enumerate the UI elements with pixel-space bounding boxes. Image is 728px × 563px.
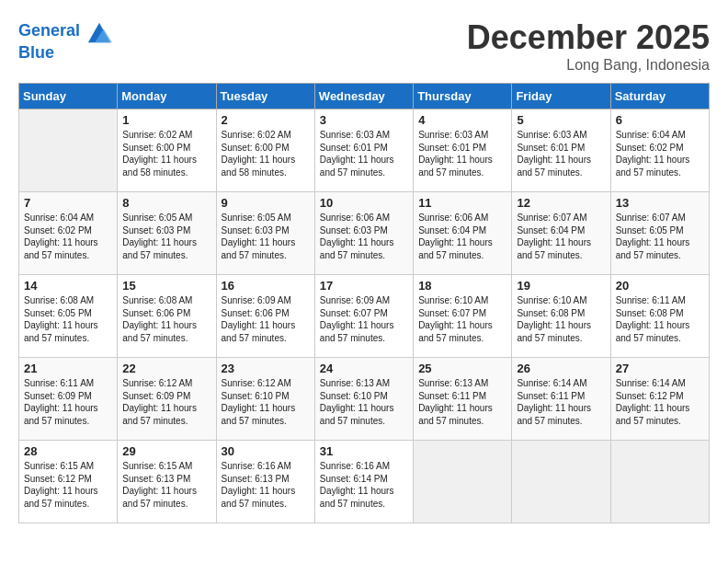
calendar-cell: 21Sunrise: 6:11 AMSunset: 6:09 PMDayligh… <box>19 358 118 441</box>
cell-info: Sunrise: 6:14 AMSunset: 6:11 PMDaylight:… <box>517 377 606 427</box>
day-number: 1 <box>122 113 211 127</box>
logo-subtext: Blue <box>18 44 112 63</box>
day-number: 26 <box>517 362 606 375</box>
day-header-monday: Monday <box>118 84 216 109</box>
cell-info: Sunrise: 6:08 AMSunset: 6:06 PMDaylight:… <box>122 294 211 344</box>
cell-info: Sunrise: 6:03 AMSunset: 6:01 PMDaylight:… <box>517 129 606 178</box>
month-title: December 2025 <box>467 18 710 57</box>
calendar-cell: 11Sunrise: 6:06 AMSunset: 6:04 PMDayligh… <box>414 192 512 275</box>
calendar-cell: 16Sunrise: 6:09 AMSunset: 6:06 PMDayligh… <box>216 275 314 358</box>
cell-info: Sunrise: 6:04 AMSunset: 6:02 PMDaylight:… <box>24 212 113 261</box>
cell-info: Sunrise: 6:11 AMSunset: 6:08 PMDaylight:… <box>616 294 705 344</box>
location: Long Bang, Indonesia <box>467 57 710 74</box>
cell-info: Sunrise: 6:05 AMSunset: 6:03 PMDaylight:… <box>122 212 211 261</box>
day-number: 13 <box>616 196 705 210</box>
calendar-cell: 5Sunrise: 6:03 AMSunset: 6:01 PMDaylight… <box>512 109 610 192</box>
cell-info: Sunrise: 6:09 AMSunset: 6:06 PMDaylight:… <box>222 294 311 344</box>
cell-info: Sunrise: 6:14 AMSunset: 6:12 PMDaylight:… <box>616 377 705 427</box>
day-number: 10 <box>320 196 409 210</box>
calendar-table: SundayMondayTuesdayWednesdayThursdayFrid… <box>18 83 710 523</box>
calendar-cell: 2Sunrise: 6:02 AMSunset: 6:00 PMDaylight… <box>216 109 314 192</box>
cell-info: Sunrise: 6:07 AMSunset: 6:05 PMDaylight:… <box>616 212 705 261</box>
day-number: 15 <box>122 279 211 293</box>
cell-info: Sunrise: 6:07 AMSunset: 6:04 PMDaylight:… <box>517 212 606 261</box>
calendar-cell: 25Sunrise: 6:13 AMSunset: 6:11 PMDayligh… <box>414 358 512 441</box>
cell-info: Sunrise: 6:04 AMSunset: 6:02 PMDaylight:… <box>616 129 705 178</box>
day-number: 16 <box>222 279 311 293</box>
cell-info: Sunrise: 6:13 AMSunset: 6:10 PMDaylight:… <box>320 377 409 427</box>
day-number: 22 <box>122 362 211 375</box>
day-number: 17 <box>320 279 409 293</box>
calendar-cell: 26Sunrise: 6:14 AMSunset: 6:11 PMDayligh… <box>512 358 610 441</box>
cell-info: Sunrise: 6:02 AMSunset: 6:00 PMDaylight:… <box>222 129 311 178</box>
day-number: 5 <box>517 113 606 127</box>
calendar-cell: 17Sunrise: 6:09 AMSunset: 6:07 PMDayligh… <box>314 275 413 358</box>
day-header-thursday: Thursday <box>414 84 512 109</box>
cell-info: Sunrise: 6:10 AMSunset: 6:08 PMDaylight:… <box>517 294 606 344</box>
cell-info: Sunrise: 6:15 AMSunset: 6:13 PMDaylight:… <box>122 460 211 510</box>
day-number: 31 <box>320 444 409 458</box>
day-number: 12 <box>517 196 606 210</box>
page-header: General Blue December 2025 Long Bang, In… <box>18 18 710 74</box>
cell-info: Sunrise: 6:05 AMSunset: 6:03 PMDaylight:… <box>222 212 311 261</box>
calendar-cell: 19Sunrise: 6:10 AMSunset: 6:08 PMDayligh… <box>512 275 610 358</box>
day-number: 29 <box>122 444 211 458</box>
day-number: 18 <box>418 279 507 293</box>
calendar-cell: 23Sunrise: 6:12 AMSunset: 6:10 PMDayligh… <box>216 358 314 441</box>
calendar-cell: 8Sunrise: 6:05 AMSunset: 6:03 PMDaylight… <box>118 192 216 275</box>
cell-info: Sunrise: 6:02 AMSunset: 6:00 PMDaylight:… <box>122 129 211 178</box>
day-number: 8 <box>122 196 211 210</box>
cell-info: Sunrise: 6:06 AMSunset: 6:03 PMDaylight:… <box>320 212 409 261</box>
day-number: 24 <box>320 362 409 375</box>
day-number: 11 <box>418 196 507 210</box>
calendar-cell: 7Sunrise: 6:04 AMSunset: 6:02 PMDaylight… <box>19 192 118 275</box>
day-number: 3 <box>320 113 409 127</box>
cell-info: Sunrise: 6:03 AMSunset: 6:01 PMDaylight:… <box>418 129 507 178</box>
logo: General Blue <box>18 18 112 63</box>
calendar-cell: 3Sunrise: 6:03 AMSunset: 6:01 PMDaylight… <box>314 109 413 192</box>
calendar-cell: 4Sunrise: 6:03 AMSunset: 6:01 PMDaylight… <box>414 109 512 192</box>
day-number: 14 <box>24 279 113 293</box>
calendar-cell: 18Sunrise: 6:10 AMSunset: 6:07 PMDayligh… <box>414 275 512 358</box>
calendar-cell: 12Sunrise: 6:07 AMSunset: 6:04 PMDayligh… <box>512 192 610 275</box>
day-number: 23 <box>222 362 311 375</box>
day-number: 28 <box>24 444 113 458</box>
cell-info: Sunrise: 6:15 AMSunset: 6:12 PMDaylight:… <box>24 460 113 510</box>
calendar-cell: 14Sunrise: 6:08 AMSunset: 6:05 PMDayligh… <box>19 275 118 358</box>
calendar-cell: 22Sunrise: 6:12 AMSunset: 6:09 PMDayligh… <box>118 358 216 441</box>
day-header-saturday: Saturday <box>610 84 709 109</box>
day-number: 19 <box>517 279 606 293</box>
cell-info: Sunrise: 6:09 AMSunset: 6:07 PMDaylight:… <box>320 294 409 344</box>
day-header-tuesday: Tuesday <box>216 84 314 109</box>
calendar-cell: 31Sunrise: 6:16 AMSunset: 6:14 PMDayligh… <box>314 441 413 523</box>
day-number: 4 <box>418 113 507 127</box>
calendar-cell: 15Sunrise: 6:08 AMSunset: 6:06 PMDayligh… <box>118 275 216 358</box>
calendar-cell <box>19 109 118 192</box>
cell-info: Sunrise: 6:13 AMSunset: 6:11 PMDaylight:… <box>418 377 507 427</box>
day-number: 9 <box>222 196 311 210</box>
cell-info: Sunrise: 6:03 AMSunset: 6:01 PMDaylight:… <box>320 129 409 178</box>
calendar-cell <box>610 441 709 523</box>
day-header-sunday: Sunday <box>19 84 118 109</box>
cell-info: Sunrise: 6:10 AMSunset: 6:07 PMDaylight:… <box>418 294 507 344</box>
day-number: 20 <box>616 279 705 293</box>
cell-info: Sunrise: 6:06 AMSunset: 6:04 PMDaylight:… <box>418 212 507 261</box>
calendar-cell: 10Sunrise: 6:06 AMSunset: 6:03 PMDayligh… <box>314 192 413 275</box>
calendar-cell: 1Sunrise: 6:02 AMSunset: 6:00 PMDaylight… <box>118 109 216 192</box>
calendar-cell: 20Sunrise: 6:11 AMSunset: 6:08 PMDayligh… <box>610 275 709 358</box>
day-number: 2 <box>222 113 311 127</box>
cell-info: Sunrise: 6:16 AMSunset: 6:14 PMDaylight:… <box>320 460 409 510</box>
cell-info: Sunrise: 6:16 AMSunset: 6:13 PMDaylight:… <box>222 460 311 510</box>
day-header-friday: Friday <box>512 84 610 109</box>
title-area: December 2025 Long Bang, Indonesia <box>467 18 710 74</box>
calendar-cell: 6Sunrise: 6:04 AMSunset: 6:02 PMDaylight… <box>610 109 709 192</box>
cell-info: Sunrise: 6:12 AMSunset: 6:09 PMDaylight:… <box>122 377 211 427</box>
calendar-cell <box>512 441 610 523</box>
day-number: 7 <box>24 196 113 210</box>
day-number: 27 <box>616 362 705 375</box>
calendar-cell: 9Sunrise: 6:05 AMSunset: 6:03 PMDaylight… <box>216 192 314 275</box>
day-header-wednesday: Wednesday <box>314 84 413 109</box>
calendar-cell: 13Sunrise: 6:07 AMSunset: 6:05 PMDayligh… <box>610 192 709 275</box>
calendar-cell: 24Sunrise: 6:13 AMSunset: 6:10 PMDayligh… <box>314 358 413 441</box>
calendar-cell: 29Sunrise: 6:15 AMSunset: 6:13 PMDayligh… <box>118 441 216 523</box>
